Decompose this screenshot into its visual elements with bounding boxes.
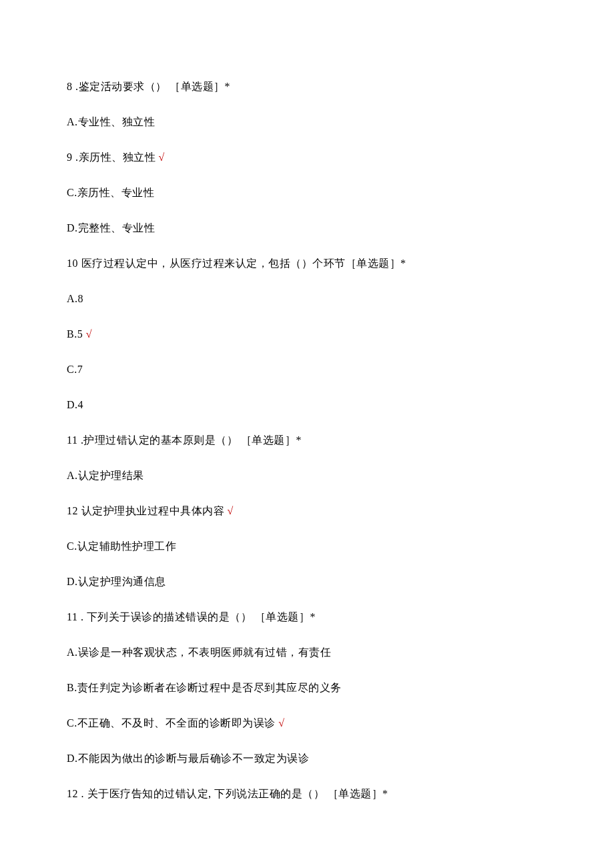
option-line: A.认定护理结果 (67, 468, 547, 484)
option-line: C.认定辅助性护理工作 (67, 538, 547, 554)
question-text: . 下列关于误诊的描述错误的是（） ［单选题］* (77, 611, 316, 622)
question-text: .鉴定活动要求（） ［单选题］* (73, 81, 231, 92)
question-stem: 8 .鉴定活动要求（） ［单选题］* (67, 79, 547, 95)
option-label: D.完整性、专业性 (67, 222, 155, 234)
option-line: B.责任判定为诊断者在诊断过程中是否尽到其应尽的义务 (67, 680, 547, 696)
option-label: B.5 (67, 328, 83, 340)
question-number: 11 (67, 611, 77, 622)
option-label: D.不能因为做出的诊断与最后确诊不一致定为误诊 (67, 753, 309, 764)
question-stem: 12 . 关于医疗告知的过错认定, 下列说法正确的是（） ［单选题］* (67, 786, 547, 802)
option-line: C.7 (67, 362, 547, 378)
option-label: A.8 (67, 293, 83, 304)
option-label: C.认定辅助性护理工作 (67, 540, 176, 552)
option-line: D.认定护理沟通信息 (67, 574, 547, 590)
question-number: 12 (67, 788, 78, 799)
option-label: D.4 (67, 399, 83, 410)
option-line: C.不正确、不及时、不全面的诊断即为误诊 √ (67, 715, 547, 731)
option-label: A.误诊是一种客观状态，不表明医师就有过错，有责任 (67, 646, 331, 658)
option-line: 9 .亲历性、独立性 √ (67, 149, 547, 165)
option-label: A.专业性、独立性 (67, 116, 155, 127)
option-label: .亲历性、独立性 (75, 151, 156, 163)
check-icon: √ (156, 151, 165, 163)
option-label: C.7 (67, 364, 83, 375)
option-line: A.专业性、独立性 (67, 114, 547, 130)
option-prefix: 12 (67, 505, 81, 516)
check-icon: √ (224, 505, 234, 516)
question-number: 8 (67, 81, 73, 92)
option-line: C.亲历性、专业性 (67, 185, 547, 201)
question-stem: 11 . 下列关于误诊的描述错误的是（） ［单选题］* (67, 609, 547, 625)
question-text: 医疗过程认定中，从医疗过程来认定，包括（）个环节［单选题］* (78, 258, 406, 269)
option-label: C.不正确、不及时、不全面的诊断即为误诊 (67, 717, 276, 729)
option-line: D.4 (67, 397, 547, 413)
question-stem: 11 .护理过错认定的基本原则是（） ［单选题］* (67, 432, 547, 448)
option-prefix: 9 (67, 151, 75, 163)
question-text: .护理过错认定的基本原则是（） ［单选题］* (77, 434, 302, 446)
question-number: 10 (67, 258, 78, 269)
option-line: D.不能因为做出的诊断与最后确诊不一致定为误诊 (67, 751, 547, 767)
option-line: B.5 √ (67, 326, 547, 342)
question-stem: 10 医疗过程认定中，从医疗过程来认定，包括（）个环节［单选题］* (67, 256, 547, 272)
option-label: C.亲历性、专业性 (67, 187, 154, 198)
option-label: D.认定护理沟通信息 (67, 576, 166, 587)
option-line: 12 认定护理执业过程中具体内容 √ (67, 503, 547, 519)
option-label: 认定护理执业过程中具体内容 (81, 505, 225, 516)
option-line: A.8 (67, 291, 547, 307)
document-body: 8 .鉴定活动要求（） ［单选题］*A.专业性、独立性9 .亲历性、独立性 √C… (67, 79, 547, 802)
option-line: A.误诊是一种客观状态，不表明医师就有过错，有责任 (67, 644, 547, 661)
option-label: B.责任判定为诊断者在诊断过程中是否尽到其应尽的义务 (67, 682, 342, 693)
question-text: . 关于医疗告知的过错认定, 下列说法正确的是（） ［单选题］* (78, 788, 388, 799)
question-number: 11 (67, 434, 77, 446)
option-line: D.完整性、专业性 (67, 220, 547, 236)
option-label: A.认定护理结果 (67, 470, 144, 481)
check-icon: √ (83, 328, 92, 340)
check-icon: √ (276, 717, 285, 729)
